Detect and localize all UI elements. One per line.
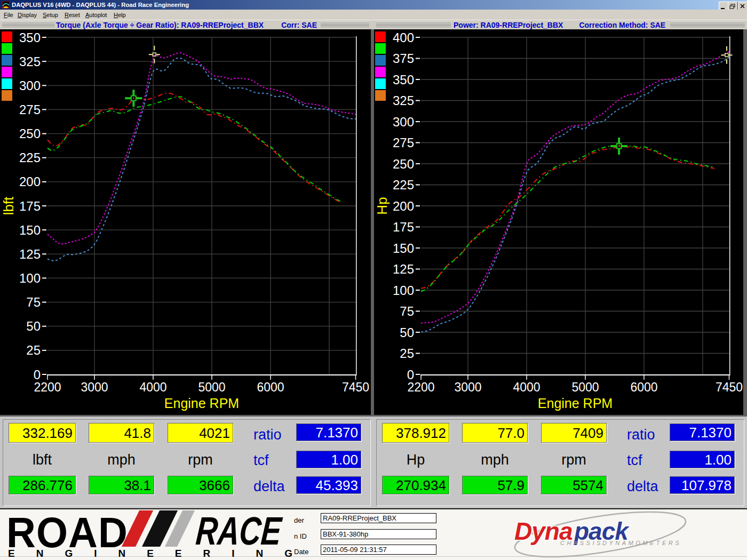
svg-text:275: 275 — [19, 102, 41, 117]
svg-text:175: 175 — [393, 220, 414, 234]
svg-text:325: 325 — [19, 54, 41, 69]
svg-text:50: 50 — [26, 319, 41, 333]
svg-text:DYNAMOMETERS: DYNAMOMETERS — [602, 540, 681, 546]
svg-text:3000: 3000 — [454, 380, 481, 394]
svg-text:100: 100 — [393, 283, 414, 298]
svg-text:200: 200 — [19, 174, 41, 189]
svg-text:7450: 7450 — [716, 380, 743, 394]
svg-text:250: 250 — [393, 157, 414, 171]
svg-text:250: 250 — [19, 126, 41, 141]
svg-text:2200: 2200 — [407, 380, 434, 394]
svg-text:5000: 5000 — [571, 380, 599, 394]
svg-text:150: 150 — [19, 223, 41, 237]
svg-text:225: 225 — [393, 178, 414, 192]
svg-text:7450: 7450 — [342, 380, 369, 394]
svg-text:400: 400 — [393, 30, 414, 45]
svg-text:100: 100 — [19, 271, 41, 285]
svg-text:25: 25 — [400, 346, 414, 361]
svg-text:325: 325 — [393, 93, 414, 108]
svg-text:Engine RPM: Engine RPM — [538, 396, 613, 411]
svg-text:2200: 2200 — [34, 380, 61, 394]
svg-text:25: 25 — [26, 343, 41, 357]
svg-text:275: 275 — [393, 135, 414, 150]
svg-text:350: 350 — [393, 73, 414, 87]
svg-text:4000: 4000 — [139, 380, 166, 394]
svg-text:300: 300 — [19, 78, 41, 93]
svg-text:150: 150 — [393, 241, 414, 255]
svg-text:375: 375 — [393, 51, 414, 66]
svg-text:300: 300 — [393, 115, 414, 129]
svg-text:CHASSIS: CHASSIS — [560, 540, 603, 546]
svg-text:200: 200 — [393, 199, 414, 213]
svg-text:75: 75 — [400, 304, 414, 318]
svg-text:3000: 3000 — [81, 380, 108, 394]
svg-text:125: 125 — [19, 247, 41, 261]
svg-text:225: 225 — [19, 150, 41, 165]
svg-text:350: 350 — [19, 30, 41, 45]
svg-text:175: 175 — [19, 199, 41, 213]
svg-text:Engine RPM: Engine RPM — [164, 396, 239, 411]
svg-text:5000: 5000 — [198, 380, 225, 394]
svg-text:4000: 4000 — [513, 380, 540, 394]
svg-text:50: 50 — [400, 325, 414, 340]
svg-text:125: 125 — [393, 262, 414, 276]
svg-text:lbft: lbft — [1, 196, 17, 215]
svg-text:6000: 6000 — [630, 380, 657, 394]
svg-text:75: 75 — [26, 295, 41, 309]
svg-text:Hp: Hp — [374, 197, 390, 214]
svg-text:0: 0 — [407, 367, 414, 382]
svg-text:0: 0 — [34, 367, 41, 382]
svg-text:6000: 6000 — [257, 380, 284, 394]
